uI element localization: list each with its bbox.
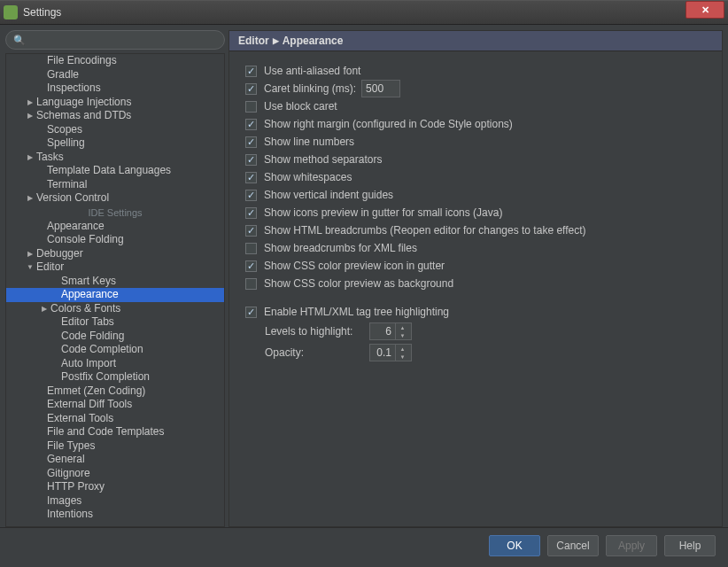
checkbox-antiAliased[interactable] [245,66,257,77]
tree-item[interactable]: External Diff Tools [6,398,224,412]
tree-item-label: Tasks [36,151,64,165]
checkbox-verticalIndent[interactable] [245,190,257,201]
checkbox-caretBlinking[interactable] [245,83,257,95]
tree-item[interactable]: File Encodings [6,54,224,68]
tree-item[interactable]: Code Folding [6,330,224,344]
spinner-down-icon[interactable]: ▼ [396,331,409,339]
tree-item[interactable]: Smart Keys [6,275,224,289]
checkbox-lineNumbers[interactable] [245,136,257,148]
tree-item-label: Spelling [47,136,85,151]
tree-item[interactable]: Intentions [6,508,224,522]
chevron-right-icon[interactable]: ▶ [26,151,35,165]
tree-item[interactable]: Terminal [6,178,224,192]
tree-item-label: Code Completion [61,343,143,357]
tree-item[interactable]: Images [6,494,224,509]
tree-item[interactable]: Scopes [6,123,224,137]
tree-item[interactable]: Appearance [6,220,224,234]
tree-item[interactable]: ▶Debugger [6,247,224,261]
spinner-down-icon[interactable]: ▼ [396,353,409,361]
tree-item-label: Scopes [47,123,82,137]
tree-item[interactable]: General [6,453,224,467]
tree-item-label: Code Folding [61,330,124,344]
option-label: Show whitespaces [264,171,352,183]
tree-item[interactable]: Gradle [6,68,224,82]
chevron-right-icon[interactable]: ▶ [26,109,35,123]
checkbox-htmlBreadcrumbs[interactable] [245,225,257,237]
tree-item[interactable]: Inspections [6,82,224,96]
checkbox-rightMargin[interactable] [245,119,257,130]
option-caretBlinking: Caret blinking (ms): [245,80,706,97]
checkbox-xmlBreadcrumbs[interactable] [245,243,257,254]
tree-item[interactable]: Gitignore [6,467,224,481]
opacity-spinner[interactable]: 0.1▲▼ [369,344,412,361]
tree-item[interactable]: ▶Schemas and DTDs [6,109,224,123]
levels-spinner-value: 6 [370,323,395,339]
option-lineNumbers: Show line numbers [245,133,706,151]
tree-item[interactable]: File Types [6,439,224,454]
option-antiAliased: Use anti-aliased font [245,62,706,80]
tree-item[interactable]: Spelling [6,136,224,151]
option-label: Show vertical indent guides [264,189,393,201]
checkbox-cssColorGutter[interactable] [245,260,257,272]
tree-item[interactable]: Editor Tabs [6,315,224,330]
chevron-down-icon[interactable]: ▼ [26,260,35,275]
tree-item[interactable]: Postfix Completion [6,370,224,384]
apply-button[interactable]: Apply [606,535,657,556]
tree-item-label: Smart Keys [61,275,116,289]
option-htmlBreadcrumbs: Show HTML breadcrumbs (Reopen editor for… [245,221,706,239]
caret-blinking-input[interactable] [361,80,400,97]
chevron-right-icon[interactable]: ▶ [26,96,35,110]
checkbox-blockCaret[interactable] [245,101,257,113]
tree-item[interactable]: Template Data Languages [6,164,224,178]
tree-item[interactable]: File and Code Templates [6,425,224,439]
tree-item-label: Colors & Fonts [50,302,120,316]
spinner-up-icon[interactable]: ▲ [396,323,409,331]
tree-item[interactable]: ▶Colors & Fonts [6,302,224,316]
tree-item[interactable]: Code Completion [6,343,224,357]
checkbox-methodSeparators[interactable] [245,154,257,166]
option-verticalIndent: Show vertical indent guides [245,186,706,204]
tree-item[interactable]: HTTP Proxy [6,480,224,494]
close-button[interactable]: ✕ [685,1,724,19]
tree-item[interactable]: Console Folding [6,233,224,247]
checkbox-gutterIcons[interactable] [245,207,257,219]
search-input[interactable] [29,34,217,46]
tree-item[interactable]: Appearance [6,288,224,302]
tree-item-label: Appearance [47,220,105,234]
button-bar: OK Cancel Apply Help [0,527,728,563]
levels-spinner[interactable]: 6▲▼ [369,322,412,340]
tree-item[interactable]: ▶Version Control [6,191,224,206]
checkbox-cssColorBg[interactable] [245,278,257,290]
tree-item[interactable]: External Tools [6,412,224,426]
tree-item[interactable]: Emmet (Zen Coding) [6,384,224,399]
chevron-right-icon[interactable]: ▶ [40,302,49,316]
tree-item[interactable]: ▶Language Injections [6,96,224,110]
levels-label: Levels to highlight: [265,325,362,338]
option-label: Show CSS color preview as background [264,277,453,290]
checkbox-tagTree[interactable] [245,307,257,318]
checkbox-whitespaces[interactable] [245,172,257,183]
tree-item-label: Auto Import [61,357,116,371]
left-pane: 🔍 File EncodingsGradleInspections▶Langua… [5,30,225,527]
tree-item-label: File and Code Templates [47,425,165,439]
tree-item-label: Emmet (Zen Coding) [47,384,145,399]
settings-tree[interactable]: File EncodingsGradleInspections▶Language… [5,53,225,527]
tree-item-label: General [47,453,85,467]
ok-button[interactable]: OK [489,535,540,556]
tree-item[interactable]: ▶Tasks [6,151,224,165]
spinner-up-icon[interactable]: ▲ [396,345,409,353]
tree-item-label: File Encodings [47,54,117,68]
chevron-right-icon[interactable]: ▶ [26,191,35,206]
option-tagTree: Enable HTML/XML tag tree highlighting [245,303,706,321]
content-area: 🔍 File EncodingsGradleInspections▶Langua… [0,25,728,527]
cancel-button[interactable]: Cancel [547,535,599,556]
option-gutterIcons: Show icons preview in gutter for small i… [245,204,706,221]
search-box[interactable]: 🔍 [5,30,225,50]
chevron-right-icon[interactable]: ▶ [26,247,35,261]
tree-item-label: Language Injections [36,96,131,110]
tree-item[interactable]: ▼Editor [6,260,224,275]
tree-item[interactable]: Auto Import [6,357,224,371]
chevron-right-icon: ▶ [273,36,279,45]
help-button[interactable]: Help [664,535,716,556]
tree-item-label: Template Data Languages [47,164,171,178]
